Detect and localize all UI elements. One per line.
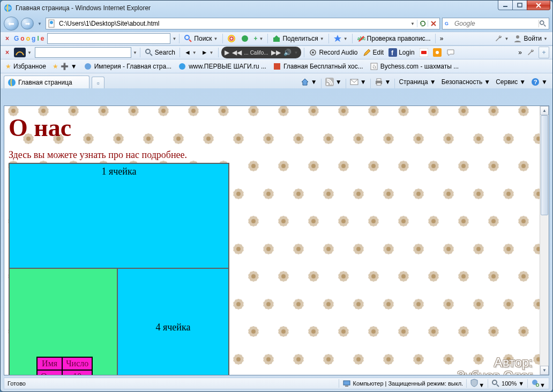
google-plus-icon[interactable]: +▼ xyxy=(252,33,265,44)
browser-search-box[interactable]: G xyxy=(442,18,549,29)
cell-green: ИмяЧисло Олег10 xyxy=(9,268,117,375)
back-button[interactable]: ⬅ xyxy=(4,17,19,31)
fb-login-button[interactable]: fLogin xyxy=(387,47,416,58)
favorites-button[interactable]: ★Избранное xyxy=(4,62,48,71)
google-login-button[interactable]: Войти▼ xyxy=(512,33,549,44)
file-icon xyxy=(47,19,56,28)
vertical-scrollbar[interactable]: ▲ ▼ xyxy=(540,106,549,375)
svg-text:♘: ♘ xyxy=(372,64,377,70)
player-prev-icon[interactable]: ◀◀ xyxy=(232,49,242,56)
swag-search-button[interactable]: Search xyxy=(143,47,177,58)
svg-rect-2678 xyxy=(343,381,350,385)
media-player[interactable]: ▶ ◀◀ ... Califo... ▶▶ 🔊 ▼ xyxy=(221,47,302,58)
tab-active[interactable]: Главная страница xyxy=(4,76,89,88)
google-spellcheck-button[interactable]: abcПроверка правопис... xyxy=(355,33,432,44)
page-menu[interactable]: Страница▼ xyxy=(397,76,437,88)
browser-search-input[interactable] xyxy=(453,19,536,28)
player-next-icon[interactable]: ▶▶ xyxy=(271,49,281,56)
google-search-input[interactable] xyxy=(47,33,170,44)
window-title: Главная страница - Windows Internet Expl… xyxy=(16,4,151,12)
google-brand[interactable]: Google xyxy=(12,33,46,44)
svg-rect-34 xyxy=(377,79,381,81)
google-search-button[interactable]: Поиск▼ xyxy=(182,33,219,44)
author-watermark: Автор: Зубцов Олег xyxy=(457,356,533,375)
maximize-button[interactable] xyxy=(512,1,527,10)
forward-button[interactable]: ➡ xyxy=(21,18,34,29)
google-icon: G xyxy=(445,19,451,28)
inner-th-num: Число xyxy=(62,357,92,370)
google-bookmark-icon[interactable]: ▼ xyxy=(332,33,349,44)
page-heading: О нас xyxy=(9,114,544,142)
add-favorite-button[interactable]: ★➕▼ xyxy=(51,62,79,71)
search-go-button[interactable] xyxy=(539,20,547,27)
nav-history-dropdown[interactable]: ▼ xyxy=(36,17,43,31)
cell-4: 4 ячейка xyxy=(117,268,229,375)
stop-button[interactable] xyxy=(428,20,438,27)
player-vol-icon[interactable]: 🔊 xyxy=(283,49,292,56)
scroll-up-button[interactable]: ▲ xyxy=(540,106,549,115)
youtube-icon[interactable] xyxy=(418,47,430,58)
tab-title: Главная страница xyxy=(18,79,72,86)
svg-point-9 xyxy=(230,37,233,40)
swag-search-input[interactable] xyxy=(35,47,131,58)
svg-text:G: G xyxy=(445,21,449,26)
svg-point-24 xyxy=(85,63,91,70)
chat-icon[interactable] xyxy=(445,47,457,58)
orange-app-icon[interactable] xyxy=(431,47,443,58)
refresh-button[interactable] xyxy=(417,20,428,27)
url-dropdown-icon[interactable]: ▼ xyxy=(408,21,417,26)
help-button[interactable]: ?▼ xyxy=(529,76,549,88)
svg-point-8 xyxy=(228,35,235,42)
status-gear-button[interactable]: ▼ xyxy=(531,379,545,388)
favlink-0[interactable]: Империя - Главная стра... xyxy=(82,62,173,71)
zoom-button[interactable]: 100%▼ xyxy=(491,379,524,388)
svg-text:?: ? xyxy=(534,79,537,85)
url-input[interactable] xyxy=(58,19,408,28)
google-globe-icon[interactable] xyxy=(239,33,251,44)
feeds-button[interactable]: ▼ xyxy=(324,76,343,88)
inner-table: ИмяЧисло Олег10 xyxy=(36,357,93,375)
scroll-thumb[interactable] xyxy=(541,115,548,215)
swag-toolbar: × ▼ ▼ Search ◄▼ ►▼ ▶ ◀◀ ... Califo... ▶▶… xyxy=(1,46,552,59)
record-audio-button[interactable]: Record Audio xyxy=(307,47,359,58)
scroll-down-button[interactable]: ▼ xyxy=(540,366,549,375)
toolbar-close-icon-2[interactable]: × xyxy=(4,47,11,58)
minimize-button[interactable] xyxy=(498,1,513,10)
layout-table: 1 ячейка ИмяЧисло Олег10 4 ячейка xyxy=(9,163,229,375)
inner-td-num: 10 xyxy=(62,370,92,375)
swag-wrench-icon[interactable] xyxy=(525,47,537,58)
mail-button[interactable]: ▼ xyxy=(348,76,368,88)
favlink-2[interactable]: Главная Бесплатный хос... xyxy=(271,62,365,71)
new-tab-button[interactable]: ▫ xyxy=(92,77,104,88)
content-viewport: О нас Здесь вы можете узнать про нас под… xyxy=(4,105,549,375)
swag-logo-icon[interactable]: ▼ xyxy=(12,47,33,58)
swag-search-dd[interactable]: ▼ xyxy=(133,50,137,55)
favlink-1[interactable]: www.ПЕРВЫЕ ШАГИ.ru ... xyxy=(176,62,268,71)
scroll-track[interactable] xyxy=(540,115,549,366)
favlink-3[interactable]: ♘Bychess.com - шахматы ... xyxy=(368,62,460,71)
swag-prev-icon[interactable]: ◄▼ xyxy=(183,47,198,58)
ie-icon xyxy=(4,4,12,12)
toolbar-close-icon[interactable]: × xyxy=(4,33,11,44)
service-menu[interactable]: Сервис▼ xyxy=(494,76,527,88)
address-bar[interactable]: ▼ xyxy=(46,18,440,29)
swag-next-icon[interactable]: ►▼ xyxy=(200,47,215,58)
protected-mode-button[interactable]: ▼ xyxy=(470,379,484,388)
swag-add-icon[interactable]: + xyxy=(539,47,549,58)
google-more-button[interactable]: » xyxy=(438,33,445,44)
home-button[interactable]: ▼ xyxy=(299,76,319,88)
chevrons-icon[interactable]: » xyxy=(517,47,524,58)
svg-point-15 xyxy=(146,49,150,54)
google-share-button[interactable]: Поделиться▼ xyxy=(271,33,325,44)
google-wrench-icon[interactable]: ▼ xyxy=(493,33,511,44)
svg-point-13 xyxy=(516,35,519,39)
player-play-icon[interactable]: ▶ xyxy=(225,49,229,56)
security-menu[interactable]: Безопасность▼ xyxy=(440,76,492,88)
google-swirl-icon[interactable] xyxy=(226,33,237,44)
edit-button[interactable]: Edit xyxy=(361,47,386,58)
status-ready: Готово xyxy=(8,380,26,387)
close-button[interactable] xyxy=(527,1,550,10)
gear-add-icon xyxy=(531,379,540,387)
google-search-dd[interactable]: ▼ xyxy=(172,36,176,41)
print-button[interactable]: ▼ xyxy=(373,76,393,88)
